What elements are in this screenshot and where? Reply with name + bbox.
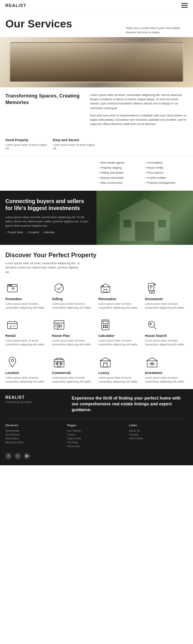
svg-point-6 [9,285,10,285]
hero-content: Our Services Step into a world where you… [0,11,193,37]
documents-icon [145,281,159,295]
footer: REALIST Powered by SocialLib. Experience… [0,389,193,465]
svg-point-7 [11,285,12,285]
facebook-icon[interactable]: f [5,453,12,459]
dark-banner: Connecting buyers and sellers for life's… [0,191,193,245]
svg-point-18 [105,325,106,326]
footer-col-pages: Pages Our Partner Career Help Center Our… [67,424,126,448]
footer-tagline: Experience the thrill of finding your pe… [72,395,188,413]
services-grid-row1: Promotion Lorem ipsum dolor sit amet, co… [0,278,193,315]
luxury-icon [98,355,112,369]
service-card-documents: Documents Lorem ipsum dolor sit amet, co… [145,281,188,310]
hero-section: Our Services Step into a world where you… [0,11,193,87]
svg-point-24 [11,359,14,362]
hero-subtitle: Step into a world where your real estate… [126,26,188,41]
service-card-promotion: Promotion Lorem ipsum dolor sit amet, co… [5,281,48,310]
services-list: Real estate agents Property staging Sell… [0,156,193,191]
logo: REALIST [5,3,26,8]
discover-section: Discover Your Perfect Property Lorem ips… [0,245,193,278]
youtube-icon[interactable]: ▶ [24,453,30,459]
commercial-icon [52,355,66,369]
footer-divider [5,419,188,419]
service-item: House rental [144,165,188,170]
location-icon [5,355,19,369]
service-card-selling: Selling Lorem ipsum dolor sit amet, cons… [52,281,95,310]
service-item: Real estate agents [98,160,141,165]
svg-point-19 [107,325,108,326]
svg-point-8 [54,284,63,292]
dark-banner-left: Connecting buyers and sellers for life's… [0,191,96,245]
service-card-rental: Rental Lorem ipsum dolor sit amet, conse… [5,318,48,347]
svg-rect-28 [103,363,107,367]
service-item: Custom builder [144,175,188,180]
svg-rect-3 [124,220,131,227]
service-card-calculator: Calculator Lorem ipsum dolor sit amet, c… [98,318,141,347]
about-heading: Transforming Spaces, Creating Memories [5,93,85,130]
service-card-investment: Investment Lorem ipsum dolor sit amet, c… [145,355,188,384]
service-card-house-search: House Search Lorem ipsum dolor sit amet,… [145,318,188,347]
service-card-renovation: Renovation Lorem ipsum dolor sit amet, c… [98,281,141,310]
svg-rect-4 [158,220,166,227]
svg-rect-10 [104,289,107,292]
service-item: Price opinion [144,170,188,175]
house-search-icon [145,318,159,332]
service-item: Selling real estate [98,170,141,175]
renovation-icon [98,281,112,295]
footer-links: Services Real Estate Architecture Renova… [5,424,188,448]
service-card-luxury: Luxury Lorem ipsum dolor sit amet, conse… [98,355,141,384]
breadcrumb: HOME > SERVICES [126,36,188,40]
dark-banner-right [96,191,193,245]
house-exterior-image [96,191,193,245]
dining-table-visual [10,42,183,82]
svg-marker-1 [116,198,174,214]
service-item: Property management [144,180,188,185]
hamburger-menu[interactable] [181,3,188,8]
footer-brand: REALIST Powered by SocialLib. [5,395,68,403]
svg-rect-25 [54,360,64,367]
about-section: Transforming Spaces, Creating Memories L… [0,87,193,135]
service-item: Property staging [98,165,141,170]
svg-point-17 [103,325,104,326]
footer-col-links: Links About Us Contact Help Center [129,424,188,448]
calculator-icon [98,318,112,332]
services-grid-row3: Location Lorem ipsum dolor sit amet, con… [0,352,193,389]
twitter-icon[interactable]: t [15,453,21,459]
service-item: New construction [98,180,141,185]
page-title: Our Services [5,18,86,30]
svg-point-21 [105,327,106,328]
footer-social: f t ▶ [5,453,188,459]
feature-easy-secure: Easy and Secure Lorem ipsum dolor sit am… [53,138,96,151]
services-grid-row2: Rental Lorem ipsum dolor sit amet, conse… [0,315,193,352]
service-item: Buying real estate [98,175,141,180]
footer-col-services: Services Real Estate Architecture Renova… [5,424,64,448]
service-card-location: Location Lorem ipsum dolor sit amet, con… [5,355,48,384]
about-text: Lorem ipsum dolor sit amet, consectetur … [90,93,188,130]
promotion-icon [5,281,19,295]
features-row: Good Property Lorem ipsum dolor sit amet… [0,135,193,157]
services-col-1: Real estate agents Property staging Sell… [98,160,141,185]
investment-icon [145,355,159,369]
badges: Trusted Seller Complete Warranty [5,231,91,234]
service-item: Consultation [144,160,188,165]
feature-good-property: Good Property Lorem ipsum dolor sit amet… [5,138,49,151]
selling-icon [52,281,66,295]
header: REALIST [0,0,193,11]
svg-rect-2 [135,222,154,241]
hero-image [0,37,193,87]
svg-point-22 [107,327,108,328]
svg-rect-16 [103,321,108,324]
service-card-commercial: Commercial Lorem ipsum dolor sit amet, c… [52,355,95,384]
rental-icon [5,318,19,332]
svg-rect-13 [7,322,17,329]
svg-rect-9 [101,287,110,292]
footer-top: REALIST Powered by SocialLib. Experience… [5,395,188,413]
svg-point-20 [103,327,104,328]
services-col-2: Consultation House rental Price opinion … [144,160,188,185]
svg-rect-27 [100,361,110,367]
service-card-house-plan: House Plan Lorem ipsum dolor sit amet, c… [52,318,95,347]
house-plan-icon [52,318,66,332]
svg-rect-26 [58,363,60,367]
